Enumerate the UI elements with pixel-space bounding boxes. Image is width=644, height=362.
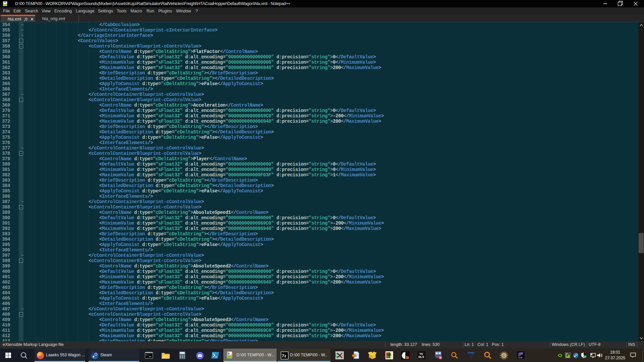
- svg-text:C:>: C:>: [146, 354, 149, 356]
- svg-text:DB: DB: [387, 353, 391, 356]
- svg-text:7z: 7z: [282, 353, 286, 358]
- svg-text:S: S: [502, 353, 505, 358]
- svg-text:UCB: UCB: [518, 357, 522, 359]
- svg-text:DLS: DLS: [419, 355, 424, 359]
